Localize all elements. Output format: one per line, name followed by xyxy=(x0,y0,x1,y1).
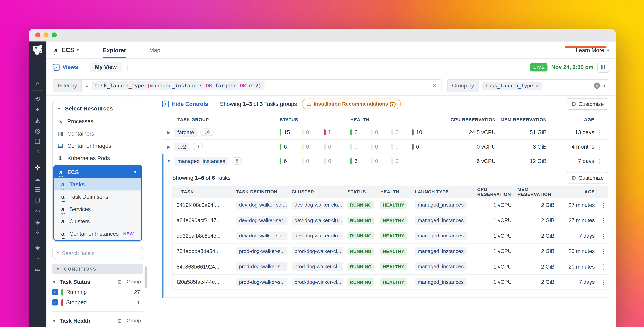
search-icon[interactable]: ⌕ xyxy=(29,77,46,88)
sidebar-item-services[interactable]: a⌣Services xyxy=(54,203,141,215)
column-header-status[interactable]: STATUS xyxy=(343,189,376,194)
live-time[interactable]: Nov 24, 2:39 pm xyxy=(551,64,594,70)
column-header-status[interactable]: STATUS xyxy=(280,117,350,122)
error-tracking-bug-icon[interactable]: ✱ xyxy=(29,242,46,253)
checkbox-checked[interactable]: ✓ xyxy=(52,289,58,295)
watchdog-icon[interactable]: ◎ xyxy=(29,125,46,136)
cluster-chip[interactable]: prod-dog-walker-cl... xyxy=(292,278,343,286)
sidebar-item-container-images[interactable]: ▤Container Images xyxy=(54,140,142,152)
apm-windows-icon[interactable]: ❐ xyxy=(29,195,46,205)
task-row[interactable]: 84c868b661924...prod-dog-walker-s...prod… xyxy=(172,259,608,274)
row-options-kebab-icon[interactable]: ⋮ xyxy=(596,218,608,224)
installation-recommendations-button[interactable]: ⚠ Installation Recommendations (7) xyxy=(302,98,401,109)
learn-more-menu[interactable]: Learn More ▾ xyxy=(576,46,609,53)
row-options-kebab-icon[interactable]: ⋮ xyxy=(596,233,608,239)
group-by-chip[interactable]: task_launch_type ✕ xyxy=(482,82,542,90)
cluster-chip[interactable]: prod-dog-walker-cl... xyxy=(292,247,343,255)
current-view-button[interactable]: My View xyxy=(90,62,122,72)
task-group-chip[interactable]: fargate xyxy=(174,128,198,136)
zoom-window-button[interactable] xyxy=(52,32,56,37)
column-header-cluster[interactable]: CLUSTER xyxy=(288,189,343,194)
sidebar-item-container-instances[interactable]: a⌣Container InstancesNEW xyxy=(54,228,141,240)
column-header-mem-reservation[interactable]: MEM RESERVATION xyxy=(496,117,547,122)
facet-option-stopped[interactable]: ✓Stopped1 xyxy=(52,297,143,308)
task-group-chip[interactable]: managed_instances xyxy=(174,157,228,165)
sidebar-item-clusters[interactable]: a⌣Clusters xyxy=(54,215,141,228)
task-definition-chip[interactable]: prod-dog-walker-s... xyxy=(236,262,288,270)
task-row[interactable]: dd32eafb8c8e4c...dev-dog-walker-ser...de… xyxy=(172,228,608,243)
synthetics-compass-icon[interactable]: ✧ xyxy=(29,227,46,237)
checkbox-checked[interactable]: ✓ xyxy=(52,300,58,306)
live-badge[interactable]: LIVE xyxy=(530,63,548,71)
facet-option-healthy[interactable]: ✓Healthy12 xyxy=(52,326,143,327)
facet-header-task-status[interactable]: ▼Task Status⊠Group xyxy=(52,276,143,287)
sidebar-item-tasks[interactable]: a⌣Tasks xyxy=(54,178,141,190)
grid-exclude-icon[interactable]: ⊠ xyxy=(117,318,122,324)
row-options-kebab-icon[interactable]: ⋮ xyxy=(596,264,608,270)
column-header-health[interactable]: HEALTH xyxy=(376,189,411,194)
task-group-row-ec2[interactable]: ▶ec2660000060 vCPU3 GiB4 months⋮ xyxy=(162,140,608,154)
tab-explorer[interactable]: Explorer xyxy=(103,42,126,58)
row-options-kebab-icon[interactable]: ⋮ xyxy=(594,158,608,164)
launch-type-chip[interactable]: managed_instances xyxy=(415,262,466,270)
task-group-chip[interactable]: ec2 xyxy=(174,142,190,151)
infrastructure-containers-icon[interactable]: ❖ xyxy=(29,163,46,173)
pause-button[interactable] xyxy=(597,62,609,73)
task-definition-chip[interactable]: prod-dog-walker-s... xyxy=(236,278,288,286)
expand-chevron-icon[interactable]: ▶ xyxy=(164,130,174,134)
column-header-age[interactable]: AGE xyxy=(556,189,596,194)
sidebar-item-task-definitions[interactable]: a⌣Task Definitions xyxy=(54,190,141,203)
column-header-health[interactable]: HEALTH xyxy=(350,117,435,122)
sidebar-item-ecs[interactable]: a⌣ ECS ▼ xyxy=(54,166,141,178)
app-switcher-chevron-icon[interactable]: ▾ xyxy=(77,47,79,53)
service-map-link-icon[interactable]: ∾ xyxy=(29,205,46,216)
clear-group-by-icon[interactable]: ✕ xyxy=(594,82,600,88)
minimize-window-button[interactable] xyxy=(44,32,48,37)
hide-controls-button[interactable]: ‹ Hide Controls xyxy=(162,101,208,107)
sidebar-item-processes[interactable]: ∿Processes xyxy=(54,115,142,128)
cloud-cost-icon[interactable]: ☁ xyxy=(29,173,46,184)
remove-group-icon[interactable]: ✕ xyxy=(536,83,538,88)
monitors-gauge-icon[interactable]: ◔ xyxy=(29,253,46,264)
column-header-task-definition[interactable]: TASK DEFINITION xyxy=(232,189,288,194)
row-options-kebab-icon[interactable]: ⋮ xyxy=(594,144,608,150)
column-header-mem-reservation[interactable]: MEM RESERVATION xyxy=(513,186,556,196)
security-shield-icon[interactable]: ◈ xyxy=(29,216,46,227)
row-options-kebab-icon[interactable]: ⋮ xyxy=(594,129,608,135)
conditions-section-header[interactable]: ▼ CONDITIONS xyxy=(52,264,143,274)
column-header-task[interactable]: ↑TASK xyxy=(172,189,232,194)
select-resources-header[interactable]: ▼ Select Resources xyxy=(54,102,142,115)
logs-icon[interactable]: ☰ xyxy=(29,184,46,195)
sort-ascending-icon[interactable]: ↑ xyxy=(176,189,179,194)
task-definition-chip[interactable]: dev-dog-walker-ser... xyxy=(236,232,288,240)
group-toggle[interactable]: Group xyxy=(126,318,141,324)
copilot-sparkle-icon[interactable]: ✦ xyxy=(29,104,46,114)
launch-type-chip[interactable]: managed_instances xyxy=(415,201,466,209)
customize-tasks-button[interactable]: ⚙ Customize xyxy=(567,172,608,184)
facet-header-task-health[interactable]: ▼Task Health⊠Group xyxy=(52,315,143,326)
task-group-row-fargate[interactable]: ▶fargate1615016001024.5 vCPU51 GiB13 day… xyxy=(162,125,608,140)
actions-lightning-icon[interactable]: ⚡ xyxy=(29,146,46,157)
task-definition-chip[interactable]: dev-dog-walker-ser... xyxy=(236,201,288,209)
cluster-chip[interactable]: dev-dog-walker-clu... xyxy=(292,232,343,240)
launch-type-chip[interactable]: managed_instances xyxy=(415,232,466,240)
task-group-row-managed-instances[interactable]: ▼managed_instances66006006 vCPU12 GiB7 d… xyxy=(164,154,608,168)
views-button[interactable]: › Views xyxy=(53,64,78,70)
task-row[interactable]: 734abbda8de54...prod-dog-walker-s...prod… xyxy=(172,243,608,259)
filter-query-input[interactable]: ⌕ task_launch_type:(managed_instances OR… xyxy=(81,79,441,92)
filter-query-value[interactable]: task_launch_type:(managed_instances OR f… xyxy=(92,81,264,90)
tab-map[interactable]: Map xyxy=(149,42,160,58)
audit-list-icon[interactable]: ≔ xyxy=(29,264,46,275)
group-by-input[interactable]: task_launch_type ✕ ✕ ▾ xyxy=(478,79,609,92)
task-definition-chip[interactable]: dev-dog-walker-ser... xyxy=(236,216,288,224)
sidebar-item-containers[interactable]: ▥Containers xyxy=(54,127,142,140)
customize-groups-button[interactable]: ⚙ Customize xyxy=(567,98,608,110)
task-row[interactable]: a84e690acf3147...dev-dog-walker-ser...de… xyxy=(172,212,608,228)
expand-chevron-icon[interactable]: ▶ xyxy=(164,144,174,149)
column-header-task-group[interactable]: TASK GROUP xyxy=(174,117,280,122)
task-definition-chip[interactable]: prod-dog-walker-s... xyxy=(236,247,288,255)
column-header-launch-type[interactable]: LAUNCH TYPE xyxy=(411,189,473,194)
row-options-kebab-icon[interactable]: ⋮ xyxy=(596,279,608,285)
launch-type-chip[interactable]: managed_instances xyxy=(415,278,466,286)
cluster-chip[interactable]: dev-dog-walker-clu... xyxy=(292,201,343,209)
